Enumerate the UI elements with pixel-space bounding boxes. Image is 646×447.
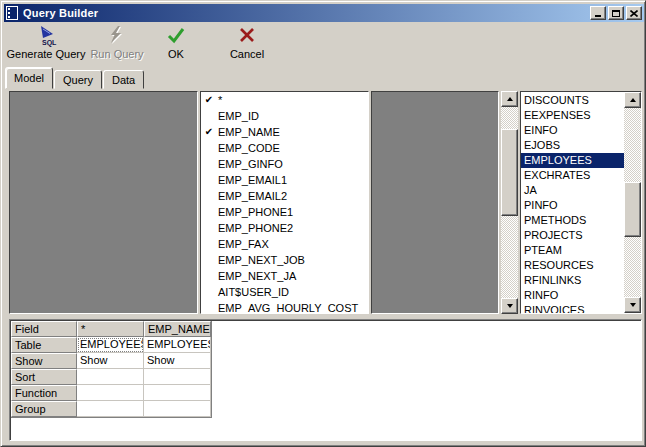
field-list-item[interactable]: AIT$USER_ID (201, 284, 368, 300)
table-scroll-up-button[interactable] (624, 92, 641, 108)
check-icon: ✔ (201, 92, 217, 108)
field-list-item[interactable]: EMP_PHONE2 (201, 220, 368, 236)
grid-cell[interactable]: Show (77, 353, 144, 369)
table-list[interactable]: DISCOUNTSEEXPENSESEINFOEJOBSEMPLOYEESEXC… (521, 93, 624, 313)
scroll-down-button[interactable] (501, 298, 518, 314)
cancel-button[interactable]: Cancel (218, 25, 276, 65)
table-list-item[interactable]: PROJECTS (521, 228, 624, 243)
grid-cell[interactable] (144, 401, 211, 417)
grid-cell[interactable] (77, 401, 144, 417)
field-name: EMP_PHONE1 (217, 204, 293, 220)
field-list[interactable]: ✔*EMP_ID✔EMP_NAMEEMP_CODEEMP_GINFOEMP_EM… (200, 91, 369, 314)
generate-query-button[interactable]: SQL Generate Query (6, 25, 86, 65)
table-list-item[interactable]: EXCHRATES (521, 168, 624, 183)
table-list-item[interactable]: EMPLOYEES (521, 153, 624, 168)
generate-query-label: Generate Query (7, 48, 86, 60)
grid-row-header[interactable]: Function (11, 385, 77, 401)
table-list-item[interactable]: EEXPENSES (521, 108, 624, 123)
field-list-item[interactable]: EMP_CODE (201, 140, 368, 156)
field-list-item[interactable]: EMP_GINFO (201, 156, 368, 172)
table-list-item[interactable]: RINFO (521, 288, 624, 303)
model-canvas-right[interactable] (371, 91, 499, 314)
scroll-down-icon (630, 303, 636, 307)
maximize-icon (612, 10, 620, 17)
scroll-up-icon (630, 98, 636, 102)
sql-arrow-icon: SQL (35, 25, 57, 47)
ok-button[interactable]: OK (152, 25, 200, 65)
green-check-icon (165, 25, 187, 47)
check-icon: ✔ (201, 124, 217, 140)
grid-cell[interactable]: Show (144, 353, 211, 369)
canvas-vertical-scrollbar[interactable] (501, 91, 518, 314)
grid-cell[interactable] (144, 385, 211, 401)
table-list-item[interactable]: RFINLINKS (521, 273, 624, 288)
field-list-item[interactable]: ✔* (201, 92, 368, 108)
grid-row-header[interactable]: Show (11, 353, 77, 369)
red-x-icon (236, 25, 258, 47)
field-list-item[interactable]: EMP_EMAIL2 (201, 188, 368, 204)
field-list-item[interactable]: EMP_PHONE1 (201, 204, 368, 220)
table-scroll-down-button[interactable] (624, 297, 641, 313)
table-list-item[interactable]: EJOBS (521, 138, 624, 153)
table-list-item[interactable]: EINFO (521, 123, 624, 138)
field-name: EMP_FAX (217, 236, 269, 252)
tabstrip: Model Query Data (5, 67, 145, 89)
table-list-item[interactable]: RINVOICES (521, 303, 624, 313)
table-list-item[interactable]: DISCOUNTS (521, 93, 624, 108)
field-name: EMP_CODE (217, 140, 280, 156)
table-list-item[interactable]: PTEAM (521, 243, 624, 258)
field-list-item[interactable]: ✔EMP_NAME (201, 124, 368, 140)
grid-cell[interactable] (144, 369, 211, 385)
table-list-item[interactable]: RESOURCES (521, 258, 624, 273)
scroll-up-button[interactable] (501, 91, 518, 107)
toolbar: SQL Generate Query Run Query OK (4, 23, 644, 65)
table-list-item[interactable]: JA (521, 183, 624, 198)
field-name: EMP_ID (217, 108, 259, 124)
field-name: EMP_AVG_HOURLY_COST (217, 300, 358, 314)
field-list-item[interactable]: EMP_FAX (201, 236, 368, 252)
lightning-icon (106, 25, 128, 47)
field-name: EMP_GINFO (217, 156, 283, 172)
grid-row-header[interactable]: Sort (11, 369, 77, 385)
tab-model[interactable]: Model (5, 67, 53, 89)
scroll-down-icon (507, 304, 513, 308)
field-name: EMP_EMAIL1 (217, 172, 287, 188)
titlebar[interactable]: Query Builder (4, 4, 644, 22)
grid-row-header[interactable]: Table (11, 337, 77, 353)
query-grid: Field*EMP_NAMETableEMPLOYEESEMPLOYEESSho… (11, 321, 212, 418)
tab-query[interactable]: Query (54, 70, 102, 89)
grid-cell[interactable]: EMPLOYEES (77, 337, 144, 353)
table-list-scrollbar[interactable] (624, 92, 641, 313)
grid-cell[interactable] (77, 385, 144, 401)
table-list-item[interactable]: PMETHODS (521, 213, 624, 228)
table-list-container: DISCOUNTSEEXPENSESEINFOEJOBSEMPLOYEESEXC… (520, 91, 642, 314)
window-title: Query Builder (23, 7, 588, 19)
tab-data[interactable]: Data (103, 70, 144, 89)
field-list-item[interactable]: EMP_ID (201, 108, 368, 124)
field-name: EMP_PHONE2 (217, 220, 293, 236)
grid-row-header[interactable]: Field (11, 321, 77, 337)
field-list-item[interactable]: EMP_NEXT_JA (201, 268, 368, 284)
close-icon (630, 10, 638, 17)
grid-cell[interactable] (77, 369, 144, 385)
grid-field-header[interactable]: * (77, 321, 144, 337)
run-query-button: Run Query (86, 25, 148, 65)
field-list-item[interactable]: EMP_NEXT_JOB (201, 252, 368, 268)
query-builder-window: Query Builder SQL Generate Query (0, 0, 646, 447)
minimize-icon (595, 15, 601, 17)
grid-cell[interactable]: EMPLOYEES (144, 337, 211, 353)
table-scrollbar-thumb[interactable] (624, 182, 641, 237)
maximize-button[interactable] (608, 6, 624, 20)
close-button[interactable] (626, 6, 642, 20)
field-list-item[interactable]: EMP_EMAIL1 (201, 172, 368, 188)
grid-row-header[interactable]: Group (11, 401, 77, 417)
field-list-item[interactable]: EMP_AVG_HOURLY_COST (201, 300, 368, 314)
query-grid-panel: Field*EMP_NAMETableEMPLOYEESEMPLOYEESSho… (9, 319, 642, 441)
table-list-item[interactable]: PINFO (521, 198, 624, 213)
model-canvas-left[interactable] (9, 91, 198, 314)
minimize-button[interactable] (590, 6, 606, 20)
field-name: AIT$USER_ID (217, 284, 289, 300)
cancel-label: Cancel (230, 48, 264, 60)
scrollbar-thumb[interactable] (501, 129, 518, 216)
grid-field-header[interactable]: EMP_NAME (144, 321, 211, 337)
